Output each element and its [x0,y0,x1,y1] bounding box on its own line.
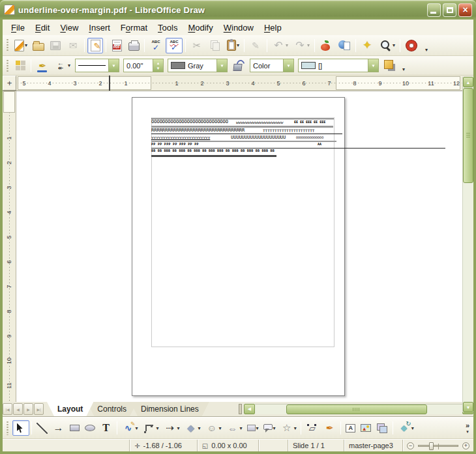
basic-shapes-button[interactable]: ▾ [183,420,203,436]
menu-help[interactable]: Help [259,21,287,35]
close-button[interactable]: × [458,3,472,17]
zoom-dropdown-caret[interactable]: ▾ [393,42,395,48]
lines-arrows-button[interactable]: ▾ [162,420,182,436]
scroll-up-button[interactable]: ▲ [463,77,473,87]
rotate-button[interactable]: ▾ [396,420,416,436]
line-color-dropdown-button[interactable] [216,59,227,72]
vertical-scrollbar[interactable]: ▲ ▼ [462,77,473,412]
line-dialog-button[interactable] [34,58,51,74]
toolbar-overflow-button[interactable]: »▾ [466,422,469,434]
fill-color-select[interactable]: [] [298,59,379,72]
vertical-ruler[interactable]: 123456789101112 [3,91,16,402]
menu-insert[interactable]: Insert [83,21,115,35]
zoom-slider-thumb[interactable] [429,442,434,450]
line-color-value[interactable]: Gray [188,62,203,70]
styles-button[interactable] [12,58,28,74]
line-arrow-button[interactable] [50,420,67,436]
gallery-button[interactable] [318,38,335,53]
menu-tools[interactable]: Tools [153,21,183,35]
redo-dropdown-caret[interactable]: ▾ [307,42,310,48]
tab-scrollbar-splitter[interactable] [239,404,242,414]
rectangle-button[interactable] [68,420,82,436]
line-style-select[interactable] [75,59,119,72]
line-style-dropdown-button[interactable] [108,59,119,72]
horizontal-ruler[interactable]: 54321123456789101112 [16,76,462,91]
scroll-down-button[interactable]: ▼ [463,402,473,412]
callouts-dropdown-caret[interactable]: ▾ [273,425,276,431]
fill-color-dropdown-button[interactable] [368,59,378,72]
lines-arrows-dropdown-caret[interactable]: ▾ [177,425,180,431]
scroll-left-button[interactable]: ◀ [244,404,255,414]
title-bar[interactable]: underline-over-margin.pdf - LibreOffice … [0,0,476,20]
line-button[interactable] [35,420,50,436]
zoom-slider-track[interactable] [418,445,458,447]
menu-view[interactable]: View [55,21,83,35]
menu-modify[interactable]: Modify [183,21,218,35]
cut-button[interactable] [188,38,205,53]
fill-style-value[interactable]: Color [253,62,270,70]
fill-style-select[interactable]: Color [250,59,294,72]
help-button[interactable] [403,38,420,53]
navigator-button[interactable] [336,38,353,53]
stars-button[interactable]: ▾ [278,420,299,436]
toolbar-overflow-caret[interactable]: ▾ [402,66,405,75]
horizontal-scroll-thumb[interactable] [286,404,427,414]
curve-dropdown-caret[interactable]: ▾ [136,425,138,431]
open-button[interactable] [31,38,46,53]
last-slide-button[interactable]: ▶| [34,403,44,415]
maximize-button[interactable] [443,3,456,17]
horizontal-scroll-track[interactable] [255,404,462,414]
toolbar-grip[interactable] [5,59,10,72]
copy-button[interactable] [207,38,224,53]
glue-points-button[interactable] [321,420,338,436]
tab-controls[interactable]: Controls [87,402,137,416]
tab-dimension-lines[interactable]: Dimension Lines [130,402,209,416]
print-button[interactable] [126,38,141,53]
minimize-button[interactable] [427,3,441,17]
undo-dropdown-caret[interactable]: ▾ [286,42,288,48]
rotate-dropdown-caret[interactable]: ▾ [411,425,414,431]
status-master-field[interactable]: master-page3 [344,440,403,451]
arrow-style-button[interactable]: ▾ [52,58,72,74]
edit-points-button[interactable] [304,420,321,436]
toolbar-grip[interactable] [5,38,10,52]
new-document-dropdown-caret[interactable]: ▾ [25,42,27,48]
curve-button[interactable]: ▾ [120,420,140,436]
ellipse-button[interactable] [83,420,97,436]
toolbar-overflow-caret[interactable]: ▾ [425,47,428,55]
callouts-button[interactable]: ▾ [261,420,278,436]
horizontal-scrollbar[interactable]: ◀ ▶ [244,404,473,414]
flowchart-button[interactable]: ▾ [245,420,261,436]
snap-star-button[interactable] [359,38,376,53]
line-width-spinner[interactable] [153,59,163,72]
redo-button[interactable]: ▾ [291,38,312,53]
zoom-button[interactable]: ▾ [377,38,397,53]
insert-image-button[interactable] [359,420,373,436]
flowchart-dropdown-caret[interactable]: ▾ [256,425,259,431]
insert-media-button[interactable] [374,420,391,436]
arrow-style-dropdown-caret[interactable]: ▾ [68,63,70,68]
tab-layout[interactable]: Layout [47,402,93,416]
zoom-in-button[interactable]: + [462,442,469,449]
drawing-canvas[interactable]: OOOOOOOOOOOOOOOOOOOOOOOOOOOOwwwwwwwwwwww… [16,91,473,402]
email-button[interactable] [65,38,82,53]
symbol-shapes-dropdown-caret[interactable]: ▾ [219,425,222,431]
paste-button[interactable]: ▾ [225,38,241,53]
menu-file[interactable]: File [6,21,30,35]
clone-formatting-button[interactable] [247,38,264,53]
undo-button[interactable]: ▾ [270,38,290,53]
select-button[interactable] [12,420,29,436]
area-dialog-button[interactable] [230,58,247,74]
basic-shapes-dropdown-caret[interactable]: ▾ [198,425,201,431]
export-pdf-button[interactable] [109,38,125,53]
first-slide-button[interactable]: |◀ [3,403,12,415]
block-arrows-button[interactable]: ▾ [224,420,245,436]
edit-mode-button[interactable] [87,38,103,53]
save-button[interactable] [48,38,63,53]
previous-slide-button[interactable]: ◀ [13,403,23,415]
auto-spellcheck-button[interactable] [166,38,183,53]
fill-style-dropdown-button[interactable] [283,59,293,72]
connector-dropdown-caret[interactable]: ▾ [156,425,159,431]
stars-dropdown-caret[interactable]: ▾ [294,425,297,431]
menu-edit[interactable]: Edit [30,21,55,35]
